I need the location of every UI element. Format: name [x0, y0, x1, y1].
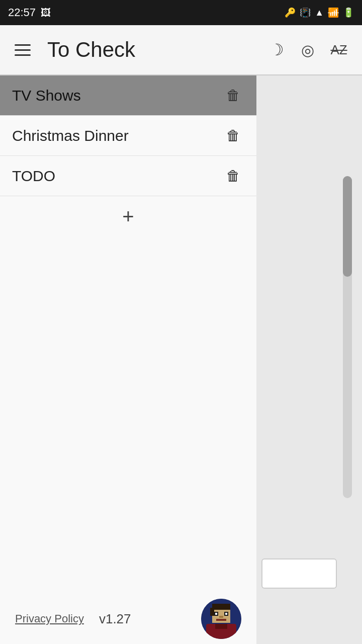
app-bar-actions: ☽ ◎ AZ — [263, 37, 352, 63]
status-left: 22:57 🖼 — [8, 6, 51, 19]
status-bar: 22:57 🖼 🔑 📳 ▲ 📶 🔋 — [0, 0, 362, 25]
svg-rect-9 — [210, 608, 214, 616]
svg-rect-6 — [219, 616, 223, 618]
content-area: TV Shows 🗑 Christmas Dinner 🗑 TODO 🗑 + P… — [0, 75, 362, 644]
delete-icon[interactable]: 🗑 — [222, 164, 244, 188]
wifi-icon: ▲ — [315, 8, 324, 18]
add-list-button[interactable]: + — [0, 196, 256, 236]
menu-button[interactable] — [10, 37, 35, 62]
signal-icon: 📶 — [328, 7, 339, 18]
status-time: 22:57 — [8, 6, 36, 19]
list-item[interactable]: TV Shows 🗑 — [0, 75, 256, 116]
input-hint — [261, 558, 337, 589]
delete-icon[interactable]: 🗑 — [222, 123, 244, 148]
list-item[interactable]: TODO 🗑 — [0, 156, 256, 196]
privacy-policy-link[interactable]: Privacy Policy — [15, 612, 84, 625]
svg-rect-5 — [225, 613, 227, 615]
scrollbar-thumb[interactable] — [343, 176, 352, 277]
list-item[interactable]: Christmas Dinner 🗑 — [0, 116, 256, 156]
svg-rect-4 — [215, 613, 217, 615]
version-label: v1.27 — [99, 611, 131, 627]
svg-rect-7 — [216, 619, 226, 621]
list-item-label: Christmas Dinner — [12, 127, 129, 144]
list-item-label: TV Shows — [12, 87, 81, 104]
avatar — [201, 599, 241, 639]
sort-button[interactable]: AZ — [326, 37, 352, 63]
drawer-footer: Privacy Policy v1.27 — [0, 594, 256, 644]
right-panel — [256, 75, 362, 644]
image-icon: 🖼 — [41, 7, 51, 19]
dark-mode-icon: ☽ — [269, 40, 284, 59]
delete-icon[interactable]: 🗑 — [222, 83, 244, 108]
app-bar: To Check ☽ ◎ AZ — [0, 25, 362, 75]
svg-rect-11 — [215, 624, 227, 629]
vibrate-icon: 📳 — [300, 7, 311, 18]
hamburger-line-3 — [15, 54, 31, 56]
key-icon: 🔑 — [285, 7, 296, 18]
eye-button[interactable]: ◎ — [295, 37, 321, 63]
hamburger-line-1 — [15, 44, 31, 46]
svg-rect-8 — [212, 604, 230, 610]
dark-mode-button[interactable]: ☽ — [263, 37, 290, 63]
hamburger-line-2 — [15, 49, 31, 51]
list-item-label: TODO — [12, 168, 55, 185]
page-title: To Check — [47, 38, 263, 62]
sort-icon: AZ — [330, 42, 347, 58]
avatar-image — [201, 599, 241, 639]
battery-icon: 🔋 — [343, 7, 354, 18]
drawer: TV Shows 🗑 Christmas Dinner 🗑 TODO 🗑 + P… — [0, 75, 256, 644]
plus-icon: + — [122, 205, 134, 228]
scrollbar-track[interactable] — [343, 176, 352, 498]
status-right: 🔑 📳 ▲ 📶 🔋 — [285, 7, 354, 18]
eye-icon: ◎ — [301, 41, 314, 59]
